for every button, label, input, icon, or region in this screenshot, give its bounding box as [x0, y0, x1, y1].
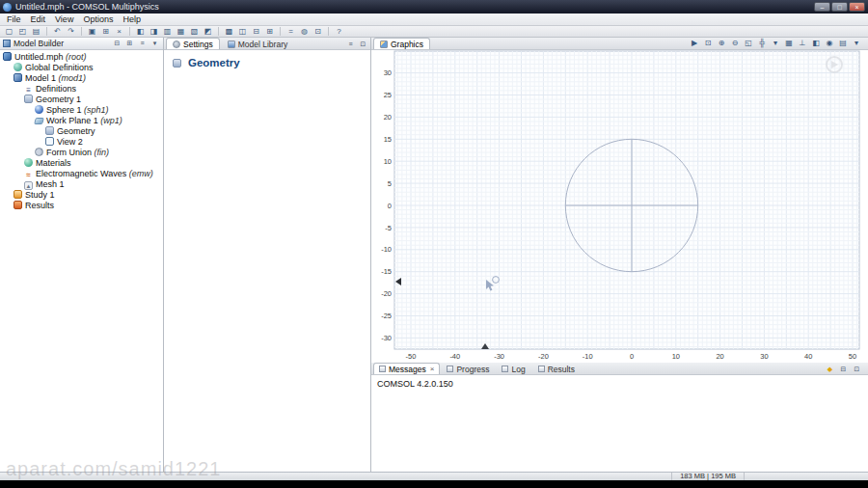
tab-model-library[interactable]: Model Library	[221, 38, 295, 49]
maximize-panel-icon[interactable]: ⊡	[852, 365, 862, 374]
tab-results[interactable]: Results	[532, 363, 581, 374]
tab-settings[interactable]: Settings	[166, 38, 220, 49]
tree-node-form-union[interactable]: Form Union (fin)	[0, 148, 163, 158]
model-builder-panel: Model Builder ⊟⊞≡▾ Untitled.mph (root)Gl…	[0, 38, 164, 472]
undo-icon[interactable]: ↶	[51, 26, 64, 37]
tree-node-mesh-1[interactable]: Mesh 1	[0, 179, 163, 190]
model-builder-header: Model Builder ⊟⊞≡▾	[0, 38, 163, 50]
redo-icon[interactable]: ↷	[65, 26, 77, 37]
model-library-tab-label: Model Library	[238, 40, 288, 49]
tree-node-untitled-mph[interactable]: Untitled.mph (root)	[0, 52, 163, 63]
pointer-icon[interactable]: ▶	[689, 39, 700, 48]
settings-heading-row: Geometry	[173, 57, 362, 68]
zoom-extents-icon[interactable]: ◱	[743, 39, 754, 48]
tree-node-electromagnetic-waves[interactable]: Electromagnetic Waves (emw)	[0, 169, 163, 179]
tree-node-geometry-1[interactable]: Geometry 1	[0, 95, 163, 105]
close-tab-icon[interactable]: ×	[430, 365, 435, 373]
progress-window-icon[interactable]: ◩	[202, 26, 214, 37]
tree-node-results[interactable]: Results	[0, 201, 163, 211]
menu-help[interactable]: Help	[118, 14, 146, 26]
menu-view[interactable]: View	[50, 14, 78, 26]
emw-icon	[24, 171, 33, 179]
model-builder-icon	[3, 40, 11, 47]
settings-menu-icon[interactable]: ≡	[345, 40, 356, 49]
app-window: Untitled.mph - COMSOL Multiphysics – □ ×…	[0, 0, 868, 488]
graphics-window-icon[interactable]: ▩	[223, 26, 235, 37]
log-tab-label: Log	[511, 365, 525, 374]
svg-text:15: 15	[384, 135, 392, 144]
messages-window-icon[interactable]: ▧	[188, 26, 201, 37]
zoom-in-icon[interactable]: ⊕	[716, 39, 727, 48]
print-icon[interactable]: ▤	[837, 39, 849, 48]
zoom-extents-toolbar-icon[interactable]: ⊡	[312, 26, 324, 37]
zoom-box-icon[interactable]: ⊡	[702, 39, 714, 48]
pan-icon[interactable]: ╬	[756, 39, 768, 48]
settings-content: Geometry	[164, 50, 370, 472]
tree-node-tag: (mod1)	[56, 73, 86, 83]
tree-node-view-2[interactable]: View 2	[0, 137, 163, 148]
delete-icon[interactable]: ×	[113, 26, 125, 37]
expand-all-icon[interactable]: ⊞	[124, 39, 135, 48]
minimize-panel-icon[interactable]: ⊟	[838, 365, 849, 374]
new-file-icon[interactable]: ▢	[3, 26, 15, 37]
copy-icon[interactable]: ▣	[86, 26, 98, 37]
tree-node-sphere-1[interactable]: Sphere 1 (sph1)	[0, 105, 163, 116]
menu-options[interactable]: Options	[78, 14, 118, 26]
snapshot-icon[interactable]: ◉	[824, 39, 835, 48]
close-button[interactable]: ×	[849, 2, 865, 12]
plot-window-icon[interactable]: ◫	[236, 26, 249, 37]
graphics-tab-bar: Graphics ▶⊡⊕⊖◱╬▾▦⊥◧◉▤▾	[371, 38, 868, 50]
plot-icon[interactable]: ◍	[298, 26, 311, 37]
material-browser-icon[interactable]: ▥	[161, 26, 174, 37]
grid-icon[interactable]: ▦	[783, 39, 795, 48]
tree-node-label: Geometry	[57, 126, 95, 136]
alert-icon[interactable]: ◆	[825, 365, 835, 374]
model-library-window-icon[interactable]: ▦	[175, 26, 187, 37]
tab-messages[interactable]: Messages×	[373, 363, 440, 374]
tab-graphics[interactable]: Graphics	[373, 38, 430, 49]
tree-menu-icon[interactable]: ▾	[149, 39, 160, 48]
desktop-layout-icon[interactable]: ⊟	[250, 26, 262, 37]
compute-icon[interactable]: =	[285, 26, 297, 37]
tree-node-global-definitions[interactable]: Global Definitions	[0, 63, 163, 73]
menu-file[interactable]: File	[2, 14, 26, 26]
letterbox-bar	[0, 480, 868, 488]
tree-node-model-1[interactable]: Model 1 (mod1)	[0, 73, 163, 84]
tree-node-definitions[interactable]: Definitions	[0, 84, 163, 95]
graphics-menu-icon[interactable]: ▾	[851, 39, 862, 48]
axis-orientation-icon[interactable]: ⊥	[797, 39, 808, 48]
messages-tab-label: Messages	[389, 365, 426, 374]
tree-node-materials[interactable]: Materials	[0, 158, 163, 169]
globe-icon	[14, 63, 22, 71]
graphics-tab-label: Graphics	[391, 40, 423, 49]
tree-node-geometry[interactable]: Geometry	[0, 126, 163, 137]
paste-icon[interactable]: ⊞	[99, 26, 112, 37]
help-icon[interactable]: ?	[333, 26, 345, 37]
svg-text:-30: -30	[381, 334, 392, 342]
filter-icon[interactable]: ≡	[137, 39, 148, 48]
go-to-default-view-icon[interactable]: ▾	[770, 39, 781, 48]
open-file-icon[interactable]: ◰	[16, 26, 29, 37]
svg-text:10: 10	[384, 157, 392, 166]
transparency-icon[interactable]: ◧	[810, 39, 822, 48]
svg-text:30: 30	[384, 68, 392, 77]
detach-panel-icon[interactable]: ⊡	[358, 40, 368, 49]
tree-node-work-plane-1[interactable]: Work Plane 1 (wp1)	[0, 116, 163, 126]
menu-edit[interactable]: Edit	[26, 14, 51, 26]
memory-status: 183 MB | 195 MB	[671, 473, 745, 480]
minimize-button[interactable]: –	[814, 2, 830, 12]
save-icon[interactable]: ▤	[30, 26, 42, 37]
model-builder-window-icon[interactable]: ◧	[134, 26, 147, 37]
svg-text:30: 30	[760, 352, 768, 361]
maximize-button[interactable]: □	[831, 2, 848, 12]
tab-log[interactable]: Log	[496, 363, 530, 374]
settings-window-icon[interactable]: ◨	[148, 26, 160, 37]
tree-node-label: Definitions	[36, 84, 76, 94]
tree-node-study-1[interactable]: Study 1	[0, 190, 163, 201]
tab-progress[interactable]: Progress	[441, 363, 495, 374]
collapse-all-icon[interactable]: ⊟	[112, 39, 122, 48]
reset-desktop-icon[interactable]: ⊞	[263, 26, 276, 37]
graphics-canvas[interactable]: -50-40-30-20-1001020304050302520151050-5…	[371, 50, 868, 363]
model-builder-toolbar: ⊟⊞≡▾	[112, 39, 160, 48]
zoom-out-icon[interactable]: ⊖	[729, 39, 741, 48]
